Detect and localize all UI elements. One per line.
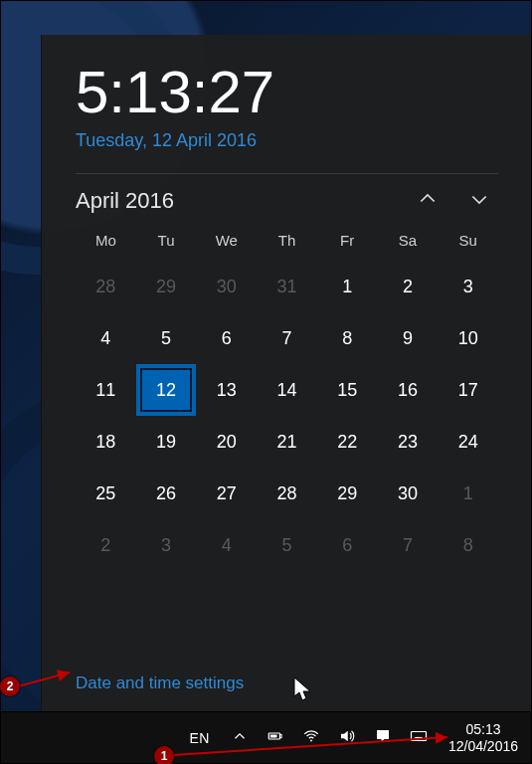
taskbar-clock[interactable]: 05:13 12/04/2016 [439,712,524,764]
flyout-date: Tuesday, 12 April 2016 [76,130,498,151]
calendar-day[interactable]: 28 [76,261,136,312]
calendar-day[interactable]: 16 [378,364,439,416]
taskbar-clock-time: 05:13 [465,721,500,739]
language-indicator[interactable]: EN [179,712,219,764]
calendar-day[interactable]: 4 [76,312,136,364]
calendar-month-label[interactable]: April 2016 [76,188,174,214]
calendar-day[interactable]: 21 [257,416,317,468]
calendar-day-today[interactable]: 12 [136,364,197,416]
calendar-day[interactable]: 10 [438,312,498,364]
calendar-day[interactable]: 2 [378,261,439,312]
divider [76,173,498,174]
svg-rect-4 [411,732,426,741]
calendar-day[interactable]: 7 [378,519,439,571]
wifi-icon [302,727,320,749]
calendar-day[interactable]: 28 [257,468,317,519]
calendar-day[interactable]: 20 [196,416,257,468]
calendar-day[interactable]: 1 [438,468,498,519]
calendar-day[interactable]: 8 [438,519,498,571]
previous-month-button[interactable] [415,188,441,214]
chevron-down-icon [469,189,489,213]
calendar-day[interactable]: 1 [317,261,378,312]
calendar-dow-header: Th [257,228,317,253]
calendar-day[interactable]: 3 [438,261,498,312]
calendar-day[interactable]: 6 [196,312,257,364]
chevron-up-icon [418,189,438,213]
calendar-day[interactable]: 30 [378,468,439,519]
speaker-icon [338,727,356,749]
battery-tray-icon[interactable] [260,712,291,764]
calendar-dow-header: Sa [378,228,439,253]
notification-icon [374,727,392,749]
annotation-badge-1: 1 [154,746,174,764]
calendar-day[interactable]: 30 [196,261,257,312]
date-time-settings-link[interactable]: Date and time settings [76,662,498,693]
action-center-tray-icon[interactable] [367,712,399,764]
calendar-day[interactable]: 13 [196,364,257,416]
date-time-flyout: 5:13:27 Tuesday, 12 April 2016 April 201… [41,35,532,711]
calendar-day[interactable]: 27 [196,468,257,519]
calendar-day[interactable]: 9 [378,312,439,364]
calendar-day[interactable]: 17 [438,364,498,416]
chevron-up-icon [231,727,249,749]
calendar-grid: MoTuWeThFrSaSu 2829303112345678910111213… [76,228,498,571]
tray-overflow-button[interactable] [224,712,256,764]
calendar-day[interactable]: 3 [136,519,197,571]
calendar-day[interactable]: 6 [317,519,378,571]
network-tray-icon[interactable] [295,712,327,764]
calendar-day[interactable]: 26 [136,468,197,519]
calendar-day[interactable]: 15 [317,364,378,416]
taskbar: EN 05:13 12/04/2016 [0,711,532,764]
touch-keyboard-tray-icon[interactable] [403,712,435,764]
calendar-day[interactable]: 8 [317,312,378,364]
volume-tray-icon[interactable] [331,712,363,764]
svg-rect-1 [279,735,281,738]
taskbar-clock-date: 12/04/2016 [448,738,518,756]
annotation-badge-2: 2 [0,676,20,696]
calendar-day[interactable]: 29 [136,261,197,312]
calendar-day[interactable]: 5 [257,519,317,571]
battery-icon [266,727,284,749]
calendar-day[interactable]: 7 [257,312,317,364]
calendar-day[interactable]: 24 [438,416,498,468]
calendar-dow-header: Fr [317,228,378,253]
calendar-day[interactable]: 19 [136,416,197,468]
calendar-day[interactable]: 22 [317,416,378,468]
next-month-button[interactable] [466,188,492,214]
calendar-day[interactable]: 18 [76,416,136,468]
keyboard-icon [410,727,428,749]
calendar-day[interactable]: 25 [76,468,136,519]
svg-rect-2 [270,735,277,738]
calendar-dow-header: Tu [136,228,197,253]
calendar-day[interactable]: 31 [257,261,317,312]
calendar-day[interactable]: 4 [196,519,257,571]
calendar-day[interactable]: 23 [378,416,439,468]
calendar-day[interactable]: 11 [76,364,136,416]
calendar-dow-header: Su [438,228,498,253]
calendar-day[interactable]: 14 [257,364,317,416]
calendar-day[interactable]: 5 [136,312,197,364]
svg-point-3 [310,740,312,742]
calendar-dow-header: Mo [76,228,136,253]
flyout-time: 5:13:27 [76,63,498,122]
calendar-day[interactable]: 2 [76,519,136,571]
calendar-day[interactable]: 29 [317,468,378,519]
calendar-dow-header: We [196,228,257,253]
